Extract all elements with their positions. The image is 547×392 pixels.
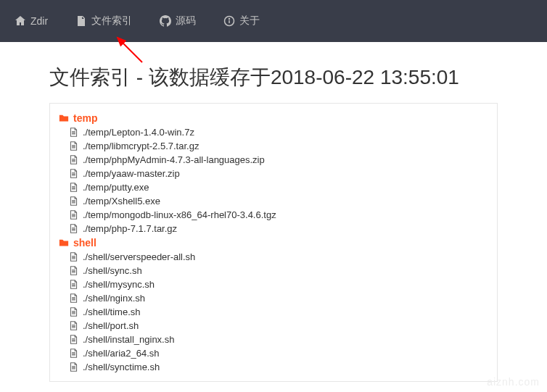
nav-home-label: Zdir — [30, 15, 48, 27]
folder-name: temp — [73, 112, 97, 124]
file-icon — [69, 293, 78, 303]
file-path: ./shell/mysync.sh — [83, 279, 155, 290]
nav-source-label: 源码 — [176, 14, 196, 28]
file-icon — [69, 141, 78, 151]
file-path: ./shell/install_nginx.sh — [83, 334, 174, 345]
folder-name: shell — [73, 237, 96, 249]
file-icon — [69, 183, 78, 192]
file-path: ./shell/port.sh — [83, 320, 139, 331]
file-index-panel: temp./temp/Lepton-1.4.0-win.7z./temp/lib… — [49, 103, 498, 382]
nav-file-index-label: 文件索引 — [91, 14, 132, 28]
file-row[interactable]: ./shell/sync.sh — [59, 264, 488, 278]
folder-row[interactable]: temp — [59, 111, 488, 125]
home-icon — [15, 15, 26, 27]
nav-about-label: 关于 — [239, 14, 260, 28]
file-path: ./temp/libmcrypt-2.5.7.tar.gz — [83, 141, 199, 151]
nav-source[interactable]: 源码 — [160, 14, 196, 28]
file-row[interactable]: ./shell/time.sh — [59, 305, 488, 319]
file-path: ./temp/phpMyAdmin-4.7.3-all-languages.zi… — [83, 154, 265, 165]
file-row[interactable]: ./temp/libmcrypt-2.5.7.tar.gz — [59, 139, 488, 153]
file-row[interactable]: ./temp/php-7.1.7.tar.gz — [59, 222, 488, 235]
file-row[interactable]: ./temp/Lepton-1.4.0-win.7z — [59, 125, 488, 139]
file-icon — [75, 15, 87, 27]
file-path: ./shell/sync.sh — [83, 265, 142, 276]
file-row[interactable]: ./shell/mysync.sh — [59, 278, 488, 291]
file-path: ./shell/serverspeeder-all.sh — [83, 251, 195, 262]
file-icon — [69, 155, 78, 164]
watermark: aiznh.com — [487, 376, 540, 388]
file-path: ./temp/php-7.1.7.tar.gz — [83, 223, 177, 234]
file-path: ./shell/nginx.sh — [83, 293, 145, 304]
file-row[interactable]: ./shell/install_nginx.sh — [59, 333, 488, 346]
file-icon — [69, 280, 78, 289]
file-icon — [69, 335, 78, 344]
file-icon — [69, 128, 78, 137]
file-path: ./temp/mongodb-linux-x86_64-rhel70-3.4.6… — [83, 209, 276, 220]
file-path: ./shell/synctime.sh — [83, 362, 160, 372]
file-row[interactable]: ./shell/synctime.sh — [59, 360, 488, 374]
file-path: ./shell/time.sh — [83, 306, 140, 317]
file-path: ./temp/yaaw-master.zip — [83, 168, 180, 179]
folder-open-icon — [59, 113, 69, 123]
page-title: 文件索引 - 该数据缓存于2018-06-22 13:55:01 — [0, 42, 547, 103]
info-icon — [223, 15, 235, 27]
file-icon — [69, 321, 78, 330]
file-icon — [69, 252, 78, 262]
nav-about[interactable]: 关于 — [223, 14, 260, 28]
file-row[interactable]: ./temp/phpMyAdmin-4.7.3-all-languages.zi… — [59, 153, 488, 167]
file-icon — [69, 196, 78, 206]
file-row[interactable]: ./shell/nginx.sh — [59, 291, 488, 305]
folder-row[interactable]: shell — [59, 235, 488, 250]
folder-open-icon — [59, 238, 69, 248]
annotation-arrow — [113, 33, 149, 70]
navbar: Zdir 文件索引 源码 关于 — [0, 0, 547, 42]
file-row[interactable]: ./shell/serverspeeder-all.sh — [59, 250, 488, 264]
svg-point-2 — [229, 19, 230, 20]
file-row[interactable]: ./temp/Xshell5.exe — [59, 194, 488, 208]
file-icon — [69, 210, 78, 220]
file-icon — [69, 169, 78, 178]
file-icon — [69, 266, 78, 275]
file-row[interactable]: ./temp/putty.exe — [59, 180, 488, 194]
nav-home[interactable]: Zdir — [15, 15, 48, 27]
nav-file-index[interactable]: 文件索引 — [75, 14, 132, 28]
file-row[interactable]: ./shell/aria2_64.sh — [59, 346, 488, 360]
file-icon — [69, 362, 78, 372]
file-path: ./shell/aria2_64.sh — [83, 348, 160, 359]
file-row[interactable]: ./shell/port.sh — [59, 319, 488, 333]
file-path: ./temp/putty.exe — [83, 182, 149, 193]
file-icon — [69, 224, 78, 233]
svg-line-3 — [118, 38, 142, 62]
file-row[interactable]: ./temp/mongodb-linux-x86_64-rhel70-3.4.6… — [59, 208, 488, 222]
file-icon — [69, 307, 78, 317]
github-icon — [160, 15, 171, 27]
file-icon — [69, 349, 78, 358]
file-row[interactable]: ./temp/yaaw-master.zip — [59, 167, 488, 180]
file-path: ./temp/Lepton-1.4.0-win.7z — [83, 127, 194, 138]
file-path: ./temp/Xshell5.exe — [83, 196, 160, 207]
